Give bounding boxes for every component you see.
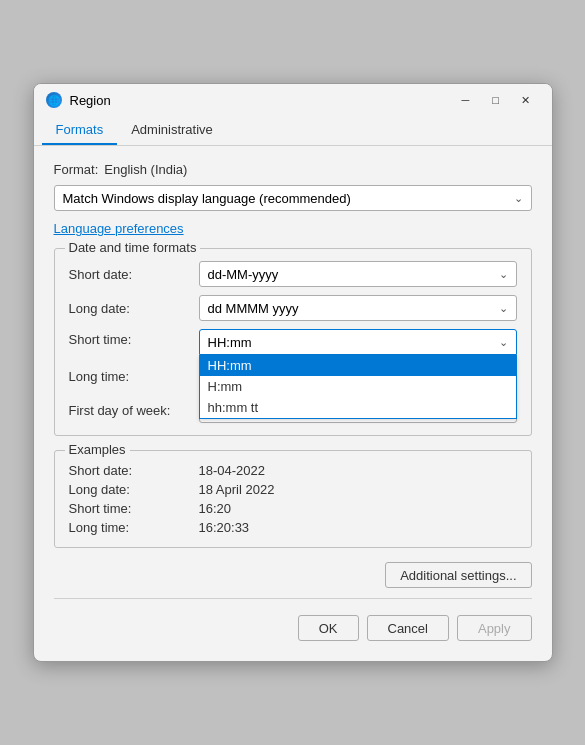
short-time-option-hhmmtt[interactable]: hh:mm tt [200,397,516,418]
first-day-label: First day of week: [69,403,199,418]
display-language-dropdown[interactable]: Match Windows display language (recommen… [54,185,532,211]
long-date-label: Long date: [69,301,199,316]
short-date-dropdown[interactable]: dd-MM-yyyy ⌄ [199,261,517,287]
short-time-dropdown-list: HH:mm H:mm hh:mm tt [199,355,517,419]
minimize-button[interactable]: ─ [452,88,480,112]
example-short-date-label: Short date: [69,463,199,478]
short-time-wrapper: HH:mm ⌄ HH:mm H:mm hh:mm tt [199,329,517,355]
long-time-label: Long time: [69,369,199,384]
short-time-chevron-icon: ⌄ [499,336,508,349]
tab-formats[interactable]: Formats [42,116,118,145]
example-short-time-label: Short time: [69,501,199,516]
window-title: Region [70,93,452,108]
format-row: Format: English (India) [54,162,532,177]
short-time-option-hmm[interactable]: H:mm [200,376,516,397]
example-short-time-value: 16:20 [199,501,232,516]
short-date-label: Short date: [69,267,199,282]
language-preferences-link[interactable]: Language preferences [54,221,184,236]
example-short-date: Short date: 18-04-2022 [69,463,517,478]
display-language-value: Match Windows display language (recommen… [63,191,351,206]
examples-group: Examples Short date: 18-04-2022 Long dat… [54,450,532,548]
short-time-label: Short time: [69,329,199,347]
short-time-row: Short time: HH:mm ⌄ HH:mm H:mm hh:mm tt [69,329,517,355]
example-long-date: Long date: 18 April 2022 [69,482,517,497]
example-long-time-label: Long time: [69,520,199,535]
short-date-row: Short date: dd-MM-yyyy ⌄ [69,261,517,287]
examples-title: Examples [65,442,130,457]
tab-administrative[interactable]: Administrative [117,116,227,145]
example-short-time: Short time: 16:20 [69,501,517,516]
long-date-chevron-icon: ⌄ [499,302,508,315]
long-date-row: Long date: dd MMMM yyyy ⌄ [69,295,517,321]
example-short-date-value: 18-04-2022 [199,463,266,478]
additional-row: Additional settings... [54,562,532,588]
apply-button[interactable]: Apply [457,615,532,641]
date-time-group: Date and time formats Short date: dd-MM-… [54,248,532,436]
example-long-time: Long time: 16:20:33 [69,520,517,535]
tab-bar: Formats Administrative [34,116,552,146]
example-long-date-label: Long date: [69,482,199,497]
region-dialog: 🌐 Region ─ □ ✕ Formats Administrative Fo… [33,83,553,662]
example-long-date-value: 18 April 2022 [199,482,275,497]
short-time-dropdown[interactable]: HH:mm ⌄ [199,329,517,355]
content-area: Format: English (India) Match Windows di… [34,146,552,661]
button-row: OK Cancel Apply [54,607,532,645]
short-date-value: dd-MM-yyyy [208,267,279,282]
additional-settings-button[interactable]: Additional settings... [385,562,531,588]
format-value: English (India) [104,162,187,177]
close-button[interactable]: ✕ [512,88,540,112]
window-icon: 🌐 [46,92,62,108]
window-controls: ─ □ ✕ [452,88,540,112]
cancel-button[interactable]: Cancel [367,615,449,641]
ok-button[interactable]: OK [298,615,359,641]
format-label: Format: [54,162,99,177]
maximize-button[interactable]: □ [482,88,510,112]
chevron-down-icon: ⌄ [514,192,523,205]
long-date-dropdown[interactable]: dd MMMM yyyy ⌄ [199,295,517,321]
date-time-group-title: Date and time formats [65,240,201,255]
short-time-value: HH:mm [208,335,252,350]
example-long-time-value: 16:20:33 [199,520,250,535]
short-time-option-hhmm[interactable]: HH:mm [200,355,516,376]
separator [54,598,532,599]
title-bar: 🌐 Region ─ □ ✕ [34,84,552,116]
short-date-chevron-icon: ⌄ [499,268,508,281]
long-date-value: dd MMMM yyyy [208,301,299,316]
